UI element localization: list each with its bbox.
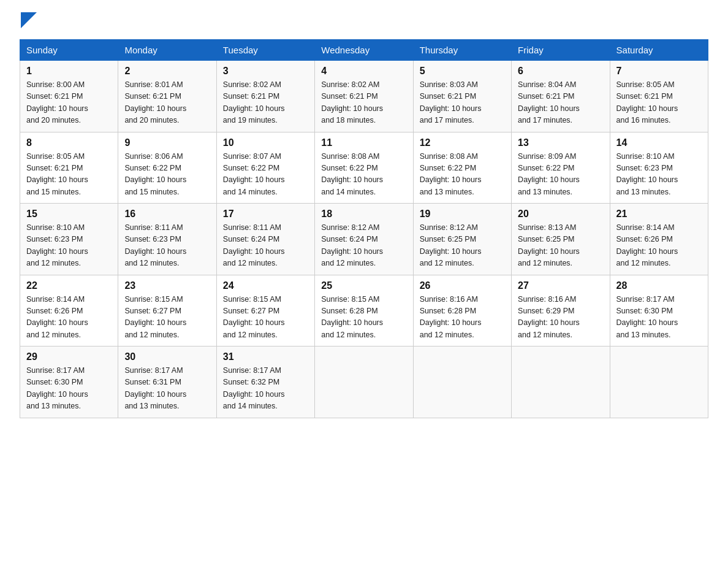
day-number: 15: [26, 209, 112, 220]
day-number: 12: [420, 137, 505, 148]
calendar-cell: 10 Sunrise: 8:07 AMSunset: 6:22 PMDaylig…: [216, 132, 314, 204]
calendar-cell: 24 Sunrise: 8:15 AMSunset: 6:27 PMDaylig…: [216, 275, 314, 347]
day-number: 20: [518, 209, 603, 220]
day-number: 28: [616, 280, 702, 291]
day-number: 14: [616, 137, 702, 148]
day-number: 9: [124, 137, 210, 148]
day-info: Sunrise: 8:14 AMSunset: 6:26 PMDaylight:…: [616, 223, 678, 267]
day-info: Sunrise: 8:17 AMSunset: 6:32 PMDaylight:…: [223, 366, 285, 410]
day-info: Sunrise: 8:15 AMSunset: 6:28 PMDaylight:…: [321, 295, 383, 339]
day-number: 16: [124, 209, 210, 220]
day-info: Sunrise: 8:12 AMSunset: 6:25 PMDaylight:…: [420, 223, 482, 267]
day-info: Sunrise: 8:16 AMSunset: 6:28 PMDaylight:…: [420, 295, 482, 339]
calendar-cell: 30 Sunrise: 8:17 AMSunset: 6:31 PMDaylig…: [118, 347, 216, 418]
calendar-cell: 27 Sunrise: 8:16 AMSunset: 6:29 PMDaylig…: [512, 275, 610, 347]
calendar-cell: 9 Sunrise: 8:06 AMSunset: 6:22 PMDayligh…: [118, 132, 216, 204]
calendar-cell: 15 Sunrise: 8:10 AMSunset: 6:23 PMDaylig…: [20, 204, 118, 275]
calendar-cell: 18 Sunrise: 8:12 AMSunset: 6:24 PMDaylig…: [315, 204, 413, 275]
day-info: Sunrise: 8:16 AMSunset: 6:29 PMDaylight:…: [518, 295, 580, 339]
logo-triangle-icon: [21, 12, 37, 28]
day-number: 21: [616, 209, 702, 220]
day-number: 23: [124, 280, 210, 291]
calendar-cell: 3 Sunrise: 8:02 AMSunset: 6:21 PMDayligh…: [216, 61, 314, 132]
header-sunday: Sunday: [20, 40, 118, 61]
day-info: Sunrise: 8:11 AMSunset: 6:23 PMDaylight:…: [124, 223, 186, 267]
calendar-cell: 13 Sunrise: 8:09 AMSunset: 6:22 PMDaylig…: [512, 132, 610, 204]
day-number: 27: [518, 280, 603, 291]
calendar-cell: [512, 347, 610, 418]
day-number: 1: [26, 66, 112, 77]
day-number: 17: [223, 209, 308, 220]
svg-marker-0: [21, 12, 37, 28]
day-info: Sunrise: 8:17 AMSunset: 6:30 PMDaylight:…: [26, 366, 88, 410]
day-info: Sunrise: 8:17 AMSunset: 6:30 PMDaylight:…: [616, 295, 678, 339]
calendar-cell: [610, 347, 708, 418]
calendar-week-3: 15 Sunrise: 8:10 AMSunset: 6:23 PMDaylig…: [20, 204, 708, 275]
day-info: Sunrise: 8:10 AMSunset: 6:23 PMDaylight:…: [26, 223, 88, 267]
calendar-cell: 2 Sunrise: 8:01 AMSunset: 6:21 PMDayligh…: [118, 61, 216, 132]
day-info: Sunrise: 8:15 AMSunset: 6:27 PMDaylight:…: [124, 295, 186, 339]
calendar-cell: 5 Sunrise: 8:03 AMSunset: 6:21 PMDayligh…: [413, 61, 511, 132]
header-friday: Friday: [512, 40, 610, 61]
day-info: Sunrise: 8:14 AMSunset: 6:26 PMDaylight:…: [26, 295, 88, 339]
calendar-week-1: 1 Sunrise: 8:00 AMSunset: 6:21 PMDayligh…: [20, 61, 708, 132]
calendar-cell: 6 Sunrise: 8:04 AMSunset: 6:21 PMDayligh…: [512, 61, 610, 132]
calendar-week-2: 8 Sunrise: 8:05 AMSunset: 6:21 PMDayligh…: [20, 132, 708, 204]
day-info: Sunrise: 8:15 AMSunset: 6:27 PMDaylight:…: [223, 295, 285, 339]
calendar-week-4: 22 Sunrise: 8:14 AMSunset: 6:26 PMDaylig…: [20, 275, 708, 347]
day-number: 5: [420, 66, 505, 77]
calendar-cell: 31 Sunrise: 8:17 AMSunset: 6:32 PMDaylig…: [216, 347, 314, 418]
day-info: Sunrise: 8:08 AMSunset: 6:22 PMDaylight:…: [321, 152, 383, 196]
day-number: 4: [321, 66, 406, 77]
day-number: 8: [26, 137, 112, 148]
calendar-cell: 25 Sunrise: 8:15 AMSunset: 6:28 PMDaylig…: [315, 275, 413, 347]
day-info: Sunrise: 8:09 AMSunset: 6:22 PMDaylight:…: [518, 152, 580, 196]
day-number: 18: [321, 209, 406, 220]
day-number: 25: [321, 280, 406, 291]
logo: [20, 15, 37, 28]
header-monday: Monday: [118, 40, 216, 61]
day-info: Sunrise: 8:02 AMSunset: 6:21 PMDaylight:…: [321, 80, 383, 124]
day-number: 31: [223, 351, 308, 362]
day-info: Sunrise: 8:03 AMSunset: 6:21 PMDaylight:…: [420, 80, 482, 124]
header-thursday: Thursday: [413, 40, 511, 61]
day-info: Sunrise: 8:06 AMSunset: 6:22 PMDaylight:…: [124, 152, 186, 196]
day-info: Sunrise: 8:11 AMSunset: 6:24 PMDaylight:…: [223, 223, 285, 267]
day-number: 11: [321, 137, 406, 148]
day-info: Sunrise: 8:05 AMSunset: 6:21 PMDaylight:…: [616, 80, 678, 124]
calendar-cell: 16 Sunrise: 8:11 AMSunset: 6:23 PMDaylig…: [118, 204, 216, 275]
calendar-cell: 8 Sunrise: 8:05 AMSunset: 6:21 PMDayligh…: [20, 132, 118, 204]
day-number: 26: [420, 280, 505, 291]
calendar-cell: 17 Sunrise: 8:11 AMSunset: 6:24 PMDaylig…: [216, 204, 314, 275]
calendar-week-5: 29 Sunrise: 8:17 AMSunset: 6:30 PMDaylig…: [20, 347, 708, 418]
calendar-cell: 20 Sunrise: 8:13 AMSunset: 6:25 PMDaylig…: [512, 204, 610, 275]
day-info: Sunrise: 8:10 AMSunset: 6:23 PMDaylight:…: [616, 152, 678, 196]
header-saturday: Saturday: [610, 40, 708, 61]
day-info: Sunrise: 8:07 AMSunset: 6:22 PMDaylight:…: [223, 152, 285, 196]
calendar-cell: 28 Sunrise: 8:17 AMSunset: 6:30 PMDaylig…: [610, 275, 708, 347]
calendar-cell: 14 Sunrise: 8:10 AMSunset: 6:23 PMDaylig…: [610, 132, 708, 204]
calendar-cell: 26 Sunrise: 8:16 AMSunset: 6:28 PMDaylig…: [413, 275, 511, 347]
day-number: 6: [518, 66, 603, 77]
day-info: Sunrise: 8:12 AMSunset: 6:24 PMDaylight:…: [321, 223, 383, 267]
day-info: Sunrise: 8:05 AMSunset: 6:21 PMDaylight:…: [26, 152, 88, 196]
day-number: 24: [223, 280, 308, 291]
calendar-header-row: SundayMondayTuesdayWednesdayThursdayFrid…: [20, 40, 708, 61]
day-number: 7: [616, 66, 702, 77]
day-info: Sunrise: 8:04 AMSunset: 6:21 PMDaylight:…: [518, 80, 580, 124]
calendar-cell: 19 Sunrise: 8:12 AMSunset: 6:25 PMDaylig…: [413, 204, 511, 275]
day-info: Sunrise: 8:01 AMSunset: 6:21 PMDaylight:…: [124, 80, 186, 124]
day-number: 22: [26, 280, 112, 291]
calendar-cell: 11 Sunrise: 8:08 AMSunset: 6:22 PMDaylig…: [315, 132, 413, 204]
calendar-cell: 22 Sunrise: 8:14 AMSunset: 6:26 PMDaylig…: [20, 275, 118, 347]
calendar-cell: [315, 347, 413, 418]
calendar-cell: 29 Sunrise: 8:17 AMSunset: 6:30 PMDaylig…: [20, 347, 118, 418]
header-tuesday: Tuesday: [216, 40, 314, 61]
day-info: Sunrise: 8:02 AMSunset: 6:21 PMDaylight:…: [223, 80, 285, 124]
calendar-cell: 21 Sunrise: 8:14 AMSunset: 6:26 PMDaylig…: [610, 204, 708, 275]
day-number: 3: [223, 66, 308, 77]
day-info: Sunrise: 8:17 AMSunset: 6:31 PMDaylight:…: [124, 366, 186, 410]
day-number: 29: [26, 351, 112, 362]
day-info: Sunrise: 8:13 AMSunset: 6:25 PMDaylight:…: [518, 223, 580, 267]
calendar-cell: 4 Sunrise: 8:02 AMSunset: 6:21 PMDayligh…: [315, 61, 413, 132]
